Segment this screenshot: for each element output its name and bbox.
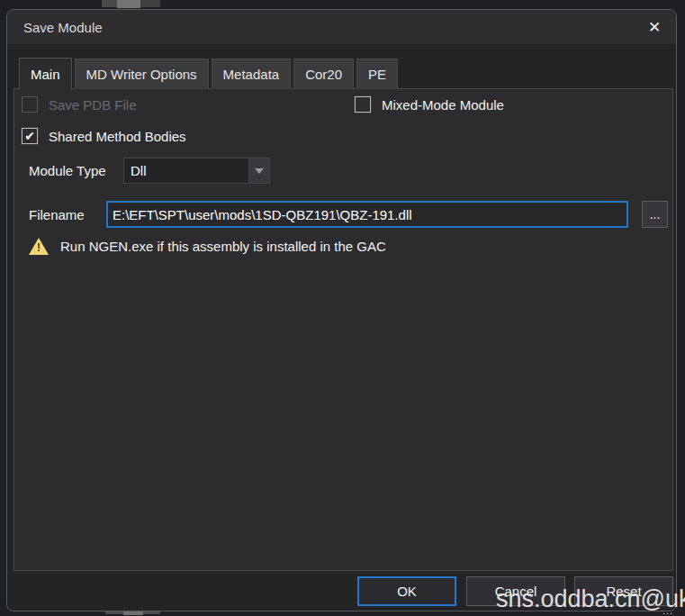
- warning-text: Run NGEN.exe if this assembly is install…: [60, 239, 386, 254]
- filename-input[interactable]: [106, 201, 628, 228]
- tab-metadata[interactable]: Metadata: [212, 59, 292, 89]
- checkbox-mixed-mode-module[interactable]: Mixed-Mode Module: [355, 96, 504, 113]
- tab-bar: Main MD Writer Options Metadata Cor20 PE: [19, 57, 398, 89]
- ok-button[interactable]: OK: [357, 576, 456, 606]
- filename-label: Filename: [29, 207, 85, 222]
- watermark-dots: ...: [662, 605, 673, 616]
- watermark-text: sns.oddba.cn@ukia: [496, 585, 685, 613]
- checkbox-icon: [22, 96, 38, 113]
- checkbox-icon[interactable]: [355, 96, 371, 113]
- checkbox-label: Shared Method Bodies: [49, 129, 186, 144]
- chevron-down-icon: [255, 168, 264, 174]
- dialog-titlebar[interactable]: Save Module ✕: [7, 10, 676, 45]
- tab-md-writer-options[interactable]: MD Writer Options: [75, 59, 209, 89]
- dialog-title: Save Module: [7, 20, 103, 35]
- browse-button[interactable]: ...: [642, 201, 668, 228]
- checkbox-checked-icon[interactable]: ✔: [22, 128, 38, 144]
- close-button[interactable]: ✕: [636, 12, 672, 42]
- module-type-value: Dll: [124, 159, 248, 183]
- checkbox-label: Mixed-Mode Module: [382, 97, 504, 113]
- checkbox-label: Save PDB File: [49, 97, 137, 113]
- checkbox-shared-method-bodies[interactable]: ✔ Shared Method Bodies: [22, 128, 186, 144]
- module-type-label: Module Type: [29, 163, 106, 178]
- tab-main[interactable]: Main: [19, 58, 72, 90]
- dropdown-arrow-button[interactable]: [248, 159, 269, 183]
- checkbox-save-pdb-file: Save PDB File: [22, 96, 137, 113]
- background-window-fragment: [140, 0, 160, 7]
- module-type-dropdown[interactable]: Dll: [123, 158, 270, 184]
- tab-cor20[interactable]: Cor20: [293, 59, 354, 89]
- tab-pe[interactable]: PE: [356, 59, 398, 89]
- gac-warning: Run NGEN.exe if this assembly is install…: [29, 238, 386, 255]
- background-window-fragment: [117, 0, 140, 8]
- background-window-fragment: [102, 0, 117, 7]
- main-tab-panel: Save PDB File Mixed-Mode Module ✔ Shared…: [14, 88, 673, 571]
- save-module-dialog: Save Module ✕ Main MD Writer Options Met…: [6, 9, 677, 611]
- close-icon: ✕: [648, 18, 661, 37]
- warning-icon: [29, 238, 49, 255]
